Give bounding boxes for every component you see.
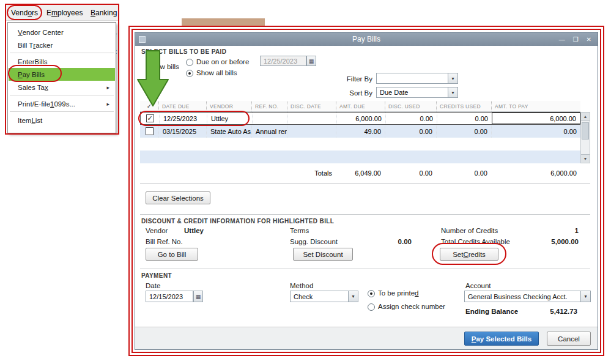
payment-section-header: PAYMENT xyxy=(141,272,172,279)
submenu-arrow-icon: ▸ xyxy=(106,101,115,107)
cell-amt-to-pay: 0.00 xyxy=(491,125,580,138)
date-label: Date xyxy=(146,282,160,289)
pay-bills-dialog: Pay Bills — ❐ ✕ SELECT BILLS TO BE PAID … xyxy=(135,32,598,350)
chevron-down-icon[interactable]: ▾ xyxy=(448,73,457,83)
number-of-credits-value: 1 xyxy=(551,227,579,234)
menubar-item-vendors[interactable]: Vendors xyxy=(11,9,38,17)
bill-ref-no-label: Bill Ref. No. xyxy=(146,238,183,245)
show-bills-label: Show bills xyxy=(147,63,179,70)
due-date-input[interactable]: 12/25/2023 xyxy=(260,56,306,66)
column-header-vendor[interactable]: VENDOR xyxy=(206,101,251,111)
ending-balance-value: 5,412.73 xyxy=(527,308,577,315)
totals-amt-due: 6,049.00 xyxy=(336,168,385,178)
divider xyxy=(140,214,590,215)
close-button[interactable]: ✕ xyxy=(587,36,591,43)
chevron-down-icon[interactable]: ▾ xyxy=(348,291,358,302)
menu-item-item-list[interactable]: Item List xyxy=(9,114,115,127)
menu-item-print-efile-1099s[interactable]: Print/E-file 1099s...▸ xyxy=(9,97,115,110)
ending-balance-label: Ending Balance xyxy=(465,308,518,315)
table-scrollbar[interactable]: ▲ ▼ xyxy=(580,112,590,163)
due-on-or-before-label[interactable]: Due on or before xyxy=(196,58,249,65)
maximize-button[interactable]: ❐ xyxy=(573,36,579,43)
cell-amt-due: 6,000.00 xyxy=(336,113,385,124)
method-select[interactable]: Check▾ xyxy=(290,291,358,302)
vendors-menu: Vendor Center Bill Tracker Enter Bills P… xyxy=(7,22,116,133)
scroll-down-icon[interactable]: ▼ xyxy=(581,154,590,163)
chevron-down-icon[interactable]: ▾ xyxy=(580,291,590,302)
account-label: Account xyxy=(465,282,491,289)
submenu-arrow-icon: ▸ xyxy=(106,84,115,91)
to-be-printed-label[interactable]: To be printed xyxy=(378,289,419,297)
sort-by-label: Sort By xyxy=(330,89,372,97)
vendor-value: Uttley xyxy=(184,227,204,234)
column-header-amt-due[interactable]: AMT. DUE xyxy=(336,101,385,111)
set-credits-button[interactable]: Set Credits xyxy=(440,248,498,261)
account-select[interactable]: General Business Checking Acct.▾ xyxy=(464,291,591,302)
column-header-amt-to-pay[interactable]: AMT. TO PAY xyxy=(491,101,580,111)
sugg-discount-value: 0.00 xyxy=(380,238,412,245)
bills-table-header: ✓ DATE DUE VENDOR REF. NO. DISC. DATE AM… xyxy=(140,101,580,112)
chevron-down-icon[interactable]: ▾ xyxy=(448,87,457,97)
sugg-discount-label: Sugg. Discount xyxy=(290,238,338,245)
divider xyxy=(140,269,590,269)
menubar-item-employees[interactable]: Employees xyxy=(46,9,83,17)
background-window-fragment xyxy=(182,18,265,27)
cell-amt-due: 49.00 xyxy=(336,125,385,138)
dialog-titlebar: Pay Bills — ❐ ✕ xyxy=(135,32,598,46)
select-bills-section-header: SELECT BILLS TO BE PAID xyxy=(141,48,226,55)
calendar-icon[interactable]: ▦ xyxy=(306,56,316,66)
assign-check-number-radio[interactable] xyxy=(368,303,375,311)
cell-credits-used: 0.00 xyxy=(436,125,491,138)
column-header-credits-used[interactable]: CREDITS USED xyxy=(436,101,491,111)
row-checkbox[interactable] xyxy=(146,127,154,135)
menu-separator xyxy=(10,95,114,95)
calendar-icon[interactable]: ▦ xyxy=(193,291,203,302)
pay-selected-bills-button[interactable]: Pay Selected Bills xyxy=(464,332,539,346)
payment-date-input[interactable]: 12/15/2023 xyxy=(146,291,193,302)
cancel-button[interactable]: Cancel xyxy=(547,332,591,346)
column-header-disc-date[interactable]: DISC. DATE xyxy=(287,101,336,111)
cell-vendor: Uttley xyxy=(207,113,252,124)
cell-date-due: 03/15/2025 xyxy=(158,125,206,138)
cell-amt-to-pay[interactable]: 6,000.00 xyxy=(492,113,580,124)
filter-by-select[interactable]: ▾ xyxy=(376,73,458,84)
window-icon xyxy=(139,36,146,43)
minimize-button[interactable]: — xyxy=(559,36,565,43)
table-row[interactable]: ✓ 12/25/2023 Uttley 6,000.00 0.00 0.00 6… xyxy=(140,112,580,125)
menu-item-bill-tracker[interactable]: Bill Tracker xyxy=(9,39,115,51)
due-on-or-before-radio[interactable] xyxy=(186,59,193,66)
menubar: Vendors Employees Banking xyxy=(6,5,119,21)
scrollbar-thumb[interactable] xyxy=(582,122,589,139)
show-all-bills-label[interactable]: Show all bills xyxy=(196,69,237,76)
assign-check-number-label[interactable]: Assign check number xyxy=(378,303,445,310)
row-checkbox[interactable]: ✓ xyxy=(146,114,154,122)
sort-by-select[interactable]: Due Date▾ xyxy=(376,87,458,98)
column-header-ref-no[interactable]: REF. NO. xyxy=(251,101,287,111)
filter-by-label: Filter By xyxy=(330,75,372,83)
terms-label: Terms xyxy=(290,227,309,234)
screen: r t a Vendors Employees Banking Vendor C… xyxy=(0,0,611,364)
total-credits-available-value: 5,000.00 xyxy=(527,238,579,245)
menu-separator xyxy=(10,111,114,112)
scroll-up-icon[interactable]: ▲ xyxy=(581,113,590,121)
table-row[interactable]: 03/15/2025 State Auto As... Annual ren..… xyxy=(140,125,580,138)
column-header-date-due[interactable]: DATE DUE xyxy=(158,101,206,111)
set-discount-button[interactable]: Set Discount xyxy=(293,248,353,261)
menu-item-vendor-center[interactable]: Vendor Center xyxy=(9,26,115,39)
menubar-item-banking[interactable]: Banking xyxy=(91,9,117,17)
column-header-check[interactable]: ✓ xyxy=(140,101,158,111)
cell-ref-no: Annual ren... xyxy=(251,125,287,138)
go-to-bill-button[interactable]: Go to Bill xyxy=(146,248,198,261)
dialog-title: Pay Bills xyxy=(135,35,598,43)
show-all-bills-radio[interactable] xyxy=(186,70,193,77)
menu-item-sales-tax[interactable]: Sales Tax▸ xyxy=(9,81,115,94)
menu-item-pay-bills[interactable]: Pay Bills xyxy=(9,68,115,81)
totals-amt-to-pay: 6,000.00 xyxy=(491,168,580,178)
clear-selections-button[interactable]: Clear Selections xyxy=(146,191,210,204)
table-row-empty xyxy=(140,138,580,150)
to-be-printed-radio[interactable] xyxy=(368,290,375,297)
totals-disc-used: 0.00 xyxy=(385,168,436,178)
column-header-disc-used[interactable]: DISC. USED xyxy=(385,101,436,111)
cell-disc-used: 0.00 xyxy=(385,125,436,138)
menu-item-enter-bills[interactable]: Enter Bills xyxy=(9,55,115,68)
